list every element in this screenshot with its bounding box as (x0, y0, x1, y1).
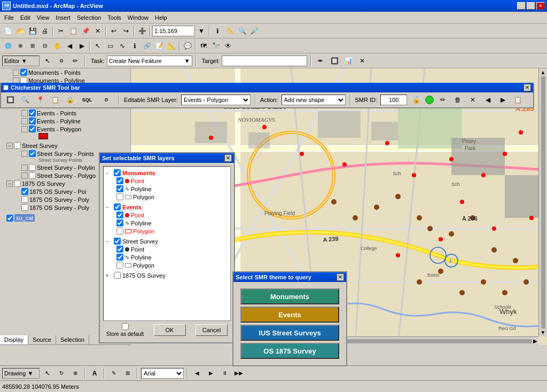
smr-toolbar-close[interactable]: ✕ (523, 84, 531, 91)
checkbox-street[interactable] (14, 142, 21, 149)
menu-insert[interactable]: Insert (52, 13, 74, 22)
menu-file[interactable]: File (1, 13, 17, 22)
expand-events-points[interactable] (21, 110, 28, 116)
scale-input[interactable]: 1:15,169 (152, 26, 195, 36)
dialog-tree[interactable]: − Monuments Point ∿ Polyline (103, 166, 231, 321)
back-btn[interactable]: ◀ (64, 40, 75, 52)
select-rect-btn[interactable]: ▭ (104, 40, 116, 52)
smr-id-input[interactable] (380, 95, 407, 105)
viewer-btn[interactable]: 👁 (222, 40, 234, 52)
theme-monuments-button[interactable]: Monuments (240, 288, 339, 304)
save-btn[interactable]: 💾 (27, 25, 38, 37)
checkbox-1875-poly2[interactable] (21, 204, 28, 211)
editor-dropdown[interactable]: Editor ▼ (2, 56, 40, 66)
delete-btn[interactable]: ✕ (92, 25, 104, 37)
edit-tool-btn[interactable]: ↖ (42, 55, 53, 67)
pointer-tool[interactable]: ↖ (42, 367, 53, 379)
theme-events-button[interactable]: Events (240, 307, 339, 323)
checkbox-street-tree[interactable] (114, 238, 121, 245)
smr-next-btn[interactable]: ▶ (497, 94, 509, 106)
text-tool[interactable]: A (89, 367, 100, 379)
checkbox-events-points[interactable] (29, 109, 36, 116)
redo-btn[interactable]: ↪ (120, 25, 132, 37)
checkbox-e-point[interactable] (116, 211, 123, 218)
checkbox-street-points[interactable] (29, 150, 36, 157)
close-button[interactable]: ✕ (536, 2, 545, 10)
checkbox-m-polygon[interactable] (116, 193, 123, 200)
zoom-full-btn[interactable]: 🌐 (2, 40, 14, 52)
minimize-button[interactable]: ─ (517, 2, 526, 10)
zoom-in-btn[interactable]: 🔎 (248, 25, 260, 37)
drawing-dropdown[interactable]: Drawing ▼ (2, 368, 40, 379)
checkbox-s-point[interactable] (116, 246, 123, 253)
edit-attrs-btn[interactable]: 📊 (342, 55, 354, 67)
checkbox-street-polygon[interactable] (29, 172, 36, 179)
dialog-selectable-close[interactable]: ✕ (224, 154, 232, 162)
zoom-out-map-btn[interactable]: ⊟ (39, 40, 51, 52)
checkbox-1875-poly1[interactable] (21, 196, 28, 203)
smr-delete-btn[interactable]: 🗑 (452, 94, 464, 106)
extra-tool1[interactable]: ✎ (108, 367, 120, 379)
paste-btn[interactable]: 📌 (80, 25, 91, 37)
smr-btn-6[interactable]: SQL (79, 94, 95, 106)
forward-btn[interactable]: ▶ (76, 40, 88, 52)
smr-copy-btn[interactable]: 📋 (512, 94, 523, 106)
add-data-btn[interactable]: ➕ (136, 25, 148, 37)
smr-btn-7[interactable]: ⚙ (98, 94, 114, 106)
dialog-theme-close[interactable]: ✕ (337, 273, 344, 281)
smr-prev-btn[interactable]: ◀ (482, 94, 494, 106)
checkbox-monuments[interactable] (114, 169, 121, 176)
menu-edit[interactable]: Edit (17, 13, 34, 22)
identify-btn[interactable]: ℹ (212, 25, 223, 37)
overview-btn[interactable]: 🗺 (198, 40, 209, 52)
menu-view[interactable]: View (34, 13, 53, 22)
zoom-tool[interactable]: ⊕ (69, 367, 81, 379)
menu-window[interactable]: Window (124, 13, 152, 22)
expand-1875[interactable]: − (6, 181, 13, 187)
maximize-button[interactable]: □ (527, 2, 535, 10)
expand-monuments-points[interactable] (13, 69, 19, 76)
zoom-in-map-btn[interactable]: ⊞ (27, 40, 38, 52)
expand-street-polyline[interactable] (21, 164, 28, 171)
map-nav-pause[interactable]: ⏸ (219, 367, 231, 379)
tab-display[interactable]: Display (0, 335, 28, 344)
smr-btn-1[interactable]: 🔲 (4, 94, 16, 106)
find-btn[interactable]: 🔍 (236, 25, 248, 37)
checkbox-e-polygon[interactable] (116, 228, 123, 234)
rotate-tool[interactable]: ↻ (56, 367, 67, 379)
edit-close-btn[interactable]: ✕ (356, 55, 368, 67)
undo-btn[interactable]: ↩ (108, 25, 120, 37)
checkbox-events-polyline[interactable] (29, 117, 36, 124)
expand-events-polygon[interactable] (21, 126, 28, 132)
theme-os-button[interactable]: OS 1875 Survey (240, 343, 339, 359)
html-popup-btn[interactable]: 📝 (153, 40, 165, 52)
checkbox-events-tree[interactable] (114, 203, 121, 210)
smr-editable-select[interactable]: Events - Polygon (181, 95, 251, 105)
edit-vertices-btn[interactable]: ⚙ (56, 55, 67, 67)
print-btn[interactable]: 🖨 (39, 25, 51, 37)
extra-tool2[interactable]: ⊞ (122, 367, 134, 379)
checkbox-1875-tree[interactable] (114, 272, 121, 279)
checkbox-m-point[interactable] (116, 177, 123, 184)
expand-street[interactable]: − (6, 143, 13, 149)
checkbox-m-polyline[interactable] (116, 185, 123, 192)
checkbox-s-polygon[interactable] (116, 262, 123, 269)
edit-snapping-btn[interactable]: 🔲 (329, 55, 340, 67)
smr-pin-checkbox[interactable] (3, 85, 9, 90)
checkbox-1875-points[interactable] (21, 188, 28, 195)
edit-pen-btn[interactable]: ✒ (315, 55, 326, 67)
checkbox-1875[interactable] (14, 180, 21, 187)
checkbox-street-polyline[interactable] (29, 164, 36, 171)
menu-help[interactable]: Help (152, 13, 170, 22)
zoom-layer-btn[interactable]: ⊕ (14, 40, 26, 52)
pan-btn[interactable]: ✋ (51, 40, 63, 52)
smr-close2-btn[interactable]: ✕ (467, 94, 479, 106)
smr-lock-btn[interactable]: 🔓 (410, 94, 422, 106)
theme-street-button[interactable]: IUS Street Surveys (240, 325, 339, 341)
ok-button[interactable]: OK (154, 324, 186, 336)
font-select[interactable]: Arial (141, 368, 184, 379)
smr-action-select[interactable]: Add new shape (282, 95, 346, 105)
smr-btn-3[interactable]: 📍 (34, 94, 46, 106)
copy-btn[interactable]: 📋 (67, 25, 79, 37)
smr-btn-2[interactable]: 🔍 (19, 94, 31, 106)
